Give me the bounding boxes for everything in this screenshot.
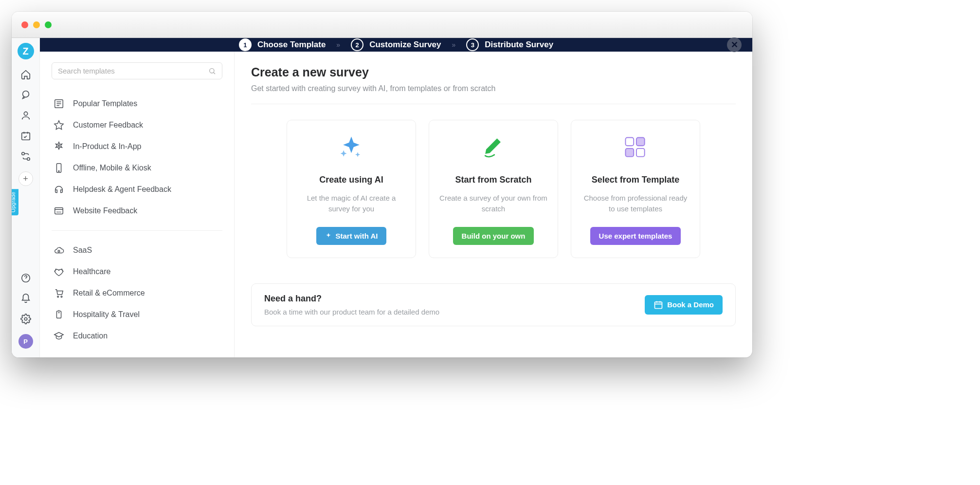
inproduct-icon bbox=[54, 141, 64, 152]
svg-rect-10 bbox=[56, 164, 61, 172]
card-title: Create using AI bbox=[319, 175, 383, 185]
category-label: Helpdesk & Agent Feedback bbox=[73, 185, 171, 194]
chevron-right-icon: » bbox=[336, 41, 340, 49]
category-hospitality[interactable]: Hospitality & Travel bbox=[52, 304, 222, 325]
svg-text:www: www bbox=[56, 211, 62, 213]
svg-point-11 bbox=[58, 171, 59, 172]
search-input[interactable] bbox=[58, 67, 208, 75]
card-desc: Choose from professional ready to use te… bbox=[580, 193, 691, 214]
svg-point-14 bbox=[58, 250, 60, 252]
upgrade-tag[interactable]: Upgrade bbox=[12, 189, 18, 215]
settings-icon[interactable] bbox=[20, 314, 31, 324]
svg-point-9 bbox=[58, 145, 60, 147]
sparkle-small-icon bbox=[325, 232, 332, 239]
page-title: Create a new survey bbox=[251, 65, 736, 79]
svg-point-15 bbox=[57, 296, 59, 298]
step-number: 1 bbox=[239, 38, 252, 51]
contacts-icon[interactable] bbox=[20, 110, 31, 121]
category-helpdesk[interactable]: Helpdesk & Agent Feedback bbox=[52, 179, 222, 200]
category-education[interactable]: Education bbox=[52, 325, 222, 347]
start-with-ai-button[interactable]: Start with AI bbox=[316, 227, 387, 245]
category-popular[interactable]: Popular Templates bbox=[52, 93, 222, 114]
card-title: Select from Template bbox=[592, 175, 680, 185]
card-select-template[interactable]: Select from Template Choose from profess… bbox=[571, 120, 700, 258]
website-icon: www bbox=[54, 205, 64, 216]
category-label: Offline, Mobile & Kiosk bbox=[73, 164, 151, 172]
offline-icon bbox=[54, 163, 64, 173]
step-2[interactable]: 2Customize Survey bbox=[351, 38, 441, 51]
divider bbox=[251, 104, 736, 104]
sparkle-icon bbox=[338, 134, 365, 161]
svg-rect-17 bbox=[56, 311, 61, 318]
category-inproduct[interactable]: In-Product & In-App bbox=[52, 136, 222, 157]
chevron-right-icon: » bbox=[452, 41, 456, 49]
helpdesk-icon bbox=[54, 184, 64, 195]
help-title: Need a hand? bbox=[264, 294, 439, 304]
healthcare-icon bbox=[54, 266, 64, 277]
help-box: Need a hand? Book a time with our produc… bbox=[251, 283, 736, 326]
template-grid-icon bbox=[622, 134, 649, 161]
window-close-button[interactable] bbox=[21, 21, 28, 28]
notifications-icon[interactable] bbox=[20, 293, 31, 304]
main-panel: Create a new survey Get started with cre… bbox=[235, 52, 752, 357]
use-templates-button[interactable]: Use expert templates bbox=[590, 227, 681, 245]
home-icon[interactable] bbox=[20, 69, 31, 80]
avatar[interactable]: P bbox=[18, 334, 33, 349]
category-label: Popular Templates bbox=[73, 99, 137, 108]
stepper-bar: 1Choose Template»2Customize Survey»3Dist… bbox=[40, 38, 752, 52]
category-saas[interactable]: SaaS bbox=[52, 240, 222, 261]
category-label: Hospitality & Travel bbox=[73, 310, 140, 319]
category-label: In-Product & In-App bbox=[73, 142, 142, 151]
svg-rect-18 bbox=[625, 137, 634, 146]
category-label: Website Feedback bbox=[73, 206, 137, 215]
svg-point-3 bbox=[21, 152, 24, 155]
search-box[interactable] bbox=[52, 62, 222, 79]
book-demo-button[interactable]: Book a Demo bbox=[645, 295, 723, 315]
category-label: Education bbox=[73, 332, 108, 340]
card-start-scratch[interactable]: Start from Scratch Create a survey of yo… bbox=[429, 120, 558, 258]
window-minimize-button[interactable] bbox=[33, 21, 40, 28]
template-sidebar: Popular TemplatesCustomer FeedbackIn-Pro… bbox=[40, 52, 235, 357]
category-offline[interactable]: Offline, Mobile & Kiosk bbox=[52, 157, 222, 179]
add-button[interactable]: + bbox=[18, 171, 33, 186]
search-icon bbox=[208, 67, 216, 75]
category-website[interactable]: wwwWebsite Feedback bbox=[52, 200, 222, 222]
svg-point-4 bbox=[27, 158, 30, 161]
category-customer[interactable]: Customer Feedback bbox=[52, 114, 222, 136]
help-desc: Book a time with our product team for a … bbox=[264, 308, 439, 316]
step-label: Customize Survey bbox=[369, 40, 441, 50]
app-logo[interactable]: Z bbox=[18, 43, 34, 59]
nav-rail: Z + Upgrade bbox=[12, 38, 40, 357]
card-desc: Create a survey of your own from scratch bbox=[438, 193, 549, 214]
step-1[interactable]: 1Choose Template bbox=[239, 38, 326, 51]
customer-icon bbox=[54, 120, 64, 131]
category-label: Customer Feedback bbox=[73, 121, 143, 130]
retail-icon bbox=[54, 288, 64, 298]
pencil-icon bbox=[480, 134, 507, 161]
card-desc: Let the magic of AI create a survey for … bbox=[296, 193, 407, 214]
card-create-ai[interactable]: Create using AI Let the magic of AI crea… bbox=[287, 120, 416, 258]
build-own-button[interactable]: Build on your own bbox=[453, 227, 534, 245]
calendar-icon bbox=[653, 300, 663, 310]
svg-point-16 bbox=[61, 296, 62, 298]
feedback-icon[interactable] bbox=[20, 90, 31, 100]
step-number: 2 bbox=[351, 38, 363, 51]
category-healthcare[interactable]: Healthcare bbox=[52, 261, 222, 282]
workflow-icon[interactable] bbox=[20, 151, 31, 162]
svg-point-1 bbox=[24, 112, 27, 115]
svg-point-6 bbox=[24, 317, 27, 320]
window-maximize-button[interactable] bbox=[45, 21, 52, 28]
help-icon[interactable] bbox=[20, 273, 31, 283]
svg-rect-20 bbox=[625, 149, 634, 157]
step-3[interactable]: 3Distribute Survey bbox=[466, 38, 553, 51]
svg-point-7 bbox=[210, 68, 214, 73]
page-subtitle: Get started with creating survey with AI… bbox=[251, 84, 736, 93]
calendar-check-icon[interactable] bbox=[20, 131, 31, 141]
category-label: SaaS bbox=[73, 246, 92, 255]
close-icon[interactable]: ✕ bbox=[727, 37, 742, 52]
card-title: Start from Scratch bbox=[455, 175, 531, 185]
popular-icon bbox=[54, 98, 64, 109]
category-label: Healthcare bbox=[73, 267, 110, 276]
category-retail[interactable]: Retail & eCommerce bbox=[52, 282, 222, 304]
svg-rect-21 bbox=[636, 149, 645, 157]
